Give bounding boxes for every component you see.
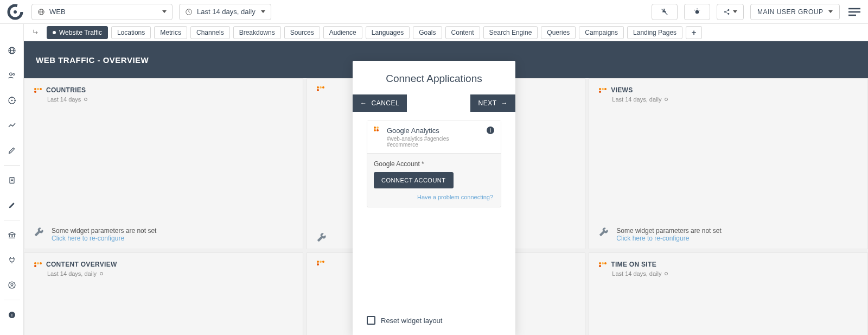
wrench-icon[interactable]	[599, 227, 609, 237]
reconfigure-link[interactable]: Click here to re-configure	[52, 235, 156, 242]
chevron-down-icon	[828, 10, 833, 13]
tab-channels[interactable]: Channels	[190, 26, 230, 39]
globe-small-icon	[100, 272, 103, 275]
tab-goals[interactable]: Goals	[413, 26, 442, 39]
cancel-button[interactable]: ← CANCEL	[353, 94, 407, 112]
app-tags: #web-analytics #agencies #ecommerce	[387, 136, 481, 148]
svg-point-6	[695, 10, 699, 14]
google-analytics-icon	[317, 261, 324, 266]
tab-row: Website TrafficLocationsMetricsChannelsB…	[24, 24, 868, 41]
tab-locations[interactable]: Locations	[111, 26, 151, 39]
tab-metrics[interactable]: Metrics	[154, 26, 187, 39]
app-name: Google Analytics	[387, 127, 481, 135]
next-button[interactable]: NEXT →	[470, 94, 515, 112]
chevron-down-icon	[162, 10, 167, 13]
arrow-left-icon: ←	[360, 99, 367, 107]
reset-layout-checkbox[interactable]	[367, 316, 375, 325]
app-card: Google Analytics #web-analytics #agencie…	[367, 121, 501, 207]
tab-languages[interactable]: Languages	[366, 26, 410, 39]
widget: TIME ON SITELast 14 days, daily	[589, 252, 868, 335]
usergroup-dropdown[interactable]: MAIN USER GROUP	[750, 4, 840, 20]
google-analytics-icon	[599, 262, 607, 267]
sidebar-globe[interactable]	[7, 46, 17, 55]
sidebar-users[interactable]	[7, 71, 17, 80]
tab-breakdowns[interactable]: Breakdowns	[233, 26, 281, 39]
pin-off-icon	[660, 8, 669, 16]
connect-applications-modal: Connect Applications ← CANCEL NEXT → Goo…	[353, 61, 515, 335]
sidebar-plug[interactable]	[7, 255, 17, 265]
widget-title: VIEWS	[611, 86, 633, 94]
scope-label: WEB	[49, 8, 66, 16]
hamburger-icon	[848, 7, 860, 17]
share-icon	[723, 8, 731, 16]
sidebar-clipboard[interactable]	[7, 175, 17, 185]
tab-queries[interactable]: Queries	[541, 26, 576, 39]
whiteboard-button[interactable]	[652, 4, 678, 20]
widget-title: CONTENT OVERVIEW	[46, 261, 117, 268]
wrench-icon[interactable]	[317, 232, 327, 242]
google-analytics-icon	[34, 262, 42, 267]
widget-warning: Some widget parameters are not set	[616, 227, 721, 235]
widget-subtitle: Last 14 days	[47, 96, 293, 103]
theme-button[interactable]	[684, 4, 710, 20]
widget-subtitle: Last 14 days, daily	[612, 270, 858, 277]
google-analytics-icon	[317, 86, 324, 91]
usergroup-label: MAIN USER GROUP	[757, 8, 824, 16]
tab-audience[interactable]: Audience	[323, 26, 362, 39]
modal-title: Connect Applications	[353, 61, 515, 94]
sidebar-account[interactable]	[7, 280, 17, 290]
help-link[interactable]: Have a problem connecting?	[374, 194, 494, 200]
svg-point-20	[12, 73, 14, 75]
add-tab-button[interactable]: +	[686, 26, 702, 39]
scope-dropdown[interactable]: WEB	[31, 4, 173, 20]
tab-website-traffic[interactable]: Website Traffic	[47, 26, 108, 39]
daterange-label: Last 14 days, daily	[197, 8, 256, 16]
sidebar-target[interactable]	[7, 96, 17, 105]
globe-icon	[37, 8, 45, 16]
wrench-icon[interactable]	[34, 227, 44, 237]
svg-line-9	[694, 10, 695, 10]
svg-point-11	[727, 9, 729, 11]
svg-point-12	[727, 13, 729, 15]
tab-landing-pages[interactable]: Landing Pages	[627, 26, 682, 39]
clock-icon	[185, 8, 193, 16]
tab-sources[interactable]: Sources	[284, 26, 320, 39]
svg-point-19	[9, 73, 12, 75]
share-dropdown[interactable]	[717, 4, 744, 20]
widget-warning: Some widget parameters are not set	[52, 227, 156, 235]
menu-button[interactable]	[846, 4, 863, 20]
tab-campaigns[interactable]: Campaigns	[579, 26, 624, 39]
info-icon[interactable]: i	[487, 127, 494, 134]
theme-icon	[693, 8, 701, 16]
tab-search-engine[interactable]: Search Engine	[483, 26, 538, 39]
chevron-down-icon	[733, 10, 737, 13]
widget: COUNTRIESLast 14 daysSome widget paramet…	[24, 78, 303, 249]
google-analytics-icon	[374, 127, 381, 131]
tab-content[interactable]: Content	[445, 26, 480, 39]
google-analytics-icon	[34, 88, 42, 93]
svg-point-29	[11, 283, 13, 286]
widget-title: TIME ON SITE	[611, 261, 656, 268]
widget: CONTENT OVERVIEWLast 14 days, daily	[24, 252, 303, 335]
svg-text:i: i	[11, 312, 12, 318]
sidebar-edit[interactable]	[7, 146, 17, 155]
globe-small-icon	[84, 98, 87, 101]
chevron-down-icon	[261, 10, 265, 13]
reconfigure-link[interactable]: Click here to re-configure	[616, 235, 721, 242]
arrow-right-icon: →	[501, 99, 508, 107]
sidebar-pencil[interactable]	[7, 200, 17, 210]
svg-point-1	[14, 10, 17, 14]
sidebar-info[interactable]: i	[7, 310, 17, 320]
topbar: WEB Last 14 days, daily MAIN USER GROUP	[0, 0, 868, 24]
sidebar-bank[interactable]	[7, 230, 17, 240]
subdir-icon	[31, 28, 43, 37]
account-field-label: Google Account *	[374, 160, 494, 168]
widget: VIEWSLast 14 days, dailySome widget para…	[589, 78, 868, 249]
sidebar-analytics[interactable]	[7, 121, 17, 130]
globe-small-icon	[665, 98, 668, 101]
svg-line-8	[699, 10, 700, 10]
sidebar: i	[0, 24, 24, 335]
daterange-dropdown[interactable]: Last 14 days, daily	[179, 4, 271, 20]
connect-account-button[interactable]: CONNECT ACCOUNT	[374, 172, 454, 188]
widget-subtitle: Last 14 days, daily	[47, 270, 293, 277]
